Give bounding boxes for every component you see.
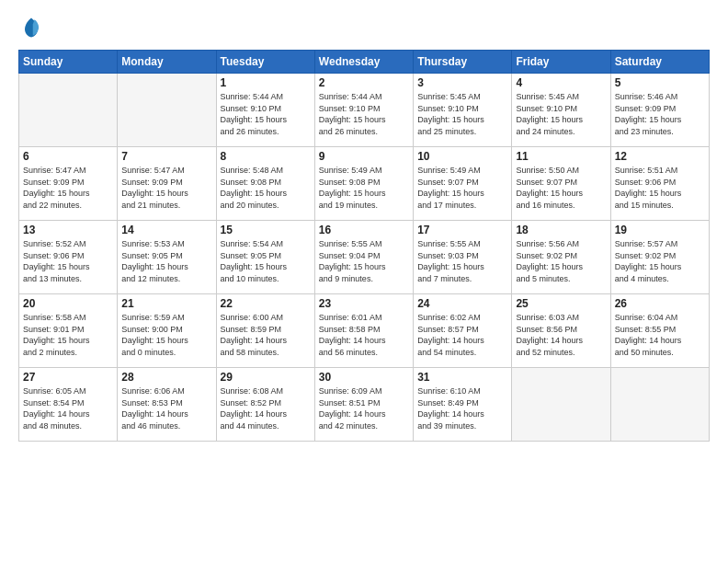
calendar-cell [118, 74, 216, 147]
day-info: Sunrise: 5:54 AMSunset: 9:05 PMDaylight:… [221, 238, 311, 284]
day-number: 20 [23, 297, 113, 310]
day-number: 15 [221, 224, 311, 236]
day-info: Sunrise: 5:48 AMSunset: 9:08 PMDaylight:… [221, 165, 311, 211]
calendar-cell: 8Sunrise: 5:48 AMSunset: 9:08 PMDaylight… [216, 147, 314, 221]
day-number: 12 [615, 150, 705, 163]
header [18, 15, 710, 40]
calendar-cell: 6Sunrise: 5:47 AMSunset: 9:09 PMDaylight… [19, 147, 118, 221]
day-info: Sunrise: 5:58 AMSunset: 9:01 PMDaylight:… [23, 312, 113, 358]
day-info: Sunrise: 6:01 AMSunset: 8:58 PMDaylight:… [319, 312, 409, 358]
day-info: Sunrise: 5:49 AMSunset: 9:07 PMDaylight:… [417, 165, 507, 211]
calendar-cell: 16Sunrise: 5:55 AMSunset: 9:04 PMDayligh… [314, 221, 413, 294]
day-number: 17 [417, 224, 507, 236]
week-row-5: 27Sunrise: 6:05 AMSunset: 8:54 PMDayligh… [19, 368, 710, 442]
day-info: Sunrise: 5:57 AMSunset: 9:02 PMDaylight:… [615, 238, 705, 284]
day-number: 30 [319, 371, 409, 384]
day-number: 27 [23, 371, 113, 384]
week-row-4: 20Sunrise: 5:58 AMSunset: 9:01 PMDayligh… [19, 294, 710, 368]
day-number: 23 [319, 297, 409, 310]
logo [18, 15, 48, 40]
week-row-1: 1Sunrise: 5:44 AMSunset: 9:10 PMDaylight… [19, 74, 710, 147]
weekday-header-friday: Friday [512, 51, 610, 74]
day-number: 19 [615, 224, 705, 236]
calendar-cell [610, 368, 709, 442]
logo-icon [18, 15, 44, 40]
day-number: 29 [221, 371, 311, 384]
page: SundayMondayTuesdayWednesdayThursdayFrid… [0, 0, 728, 563]
weekday-header-tuesday: Tuesday [216, 51, 314, 74]
day-info: Sunrise: 5:49 AMSunset: 9:08 PMDaylight:… [319, 165, 409, 211]
day-info: Sunrise: 6:02 AMSunset: 8:57 PMDaylight:… [417, 312, 507, 358]
day-info: Sunrise: 6:04 AMSunset: 8:55 PMDaylight:… [615, 312, 705, 358]
calendar-cell: 27Sunrise: 6:05 AMSunset: 8:54 PMDayligh… [19, 368, 118, 442]
calendar-cell: 28Sunrise: 6:06 AMSunset: 8:53 PMDayligh… [118, 368, 216, 442]
calendar-cell: 7Sunrise: 5:47 AMSunset: 9:09 PMDaylight… [118, 147, 216, 221]
calendar-cell: 9Sunrise: 5:49 AMSunset: 9:08 PMDaylight… [314, 147, 413, 221]
calendar-cell: 29Sunrise: 6:08 AMSunset: 8:52 PMDayligh… [216, 368, 314, 442]
day-number: 31 [417, 371, 507, 384]
day-info: Sunrise: 6:05 AMSunset: 8:54 PMDaylight:… [23, 385, 113, 431]
day-number: 22 [221, 297, 311, 310]
calendar-cell: 25Sunrise: 6:03 AMSunset: 8:56 PMDayligh… [512, 294, 610, 368]
day-number: 1 [221, 76, 311, 89]
day-info: Sunrise: 5:52 AMSunset: 9:06 PMDaylight:… [23, 238, 113, 284]
day-number: 18 [516, 224, 606, 236]
calendar-cell: 21Sunrise: 5:59 AMSunset: 9:00 PMDayligh… [118, 294, 216, 368]
calendar-cell: 19Sunrise: 5:57 AMSunset: 9:02 PMDayligh… [610, 221, 709, 294]
calendar-cell: 4Sunrise: 5:45 AMSunset: 9:10 PMDaylight… [512, 74, 610, 147]
weekday-header-wednesday: Wednesday [314, 51, 413, 74]
day-number: 2 [319, 76, 409, 89]
day-info: Sunrise: 5:45 AMSunset: 9:10 PMDaylight:… [516, 91, 606, 137]
day-info: Sunrise: 5:59 AMSunset: 9:00 PMDaylight:… [121, 312, 211, 358]
week-row-2: 6Sunrise: 5:47 AMSunset: 9:09 PMDaylight… [19, 147, 710, 221]
day-info: Sunrise: 5:50 AMSunset: 9:07 PMDaylight:… [516, 165, 606, 211]
day-info: Sunrise: 5:45 AMSunset: 9:10 PMDaylight:… [417, 91, 507, 137]
day-number: 4 [516, 76, 606, 89]
day-number: 24 [417, 297, 507, 310]
day-number: 8 [221, 150, 311, 163]
day-info: Sunrise: 5:56 AMSunset: 9:02 PMDaylight:… [516, 238, 606, 284]
day-number: 9 [319, 150, 409, 163]
calendar-cell: 26Sunrise: 6:04 AMSunset: 8:55 PMDayligh… [610, 294, 709, 368]
day-info: Sunrise: 5:51 AMSunset: 9:06 PMDaylight:… [615, 165, 705, 211]
calendar-cell: 5Sunrise: 5:46 AMSunset: 9:09 PMDaylight… [610, 74, 709, 147]
weekday-header-sunday: Sunday [19, 51, 118, 74]
day-number: 16 [319, 224, 409, 236]
day-info: Sunrise: 5:53 AMSunset: 9:05 PMDaylight:… [121, 238, 211, 284]
calendar-cell: 3Sunrise: 5:45 AMSunset: 9:10 PMDaylight… [414, 74, 512, 147]
day-number: 10 [417, 150, 507, 163]
day-number: 21 [121, 297, 211, 310]
day-number: 11 [516, 150, 606, 163]
day-number: 26 [615, 297, 705, 310]
weekday-header-thursday: Thursday [414, 51, 512, 74]
calendar-cell: 2Sunrise: 5:44 AMSunset: 9:10 PMDaylight… [314, 74, 413, 147]
calendar-cell: 24Sunrise: 6:02 AMSunset: 8:57 PMDayligh… [414, 294, 512, 368]
calendar-cell: 18Sunrise: 5:56 AMSunset: 9:02 PMDayligh… [512, 221, 610, 294]
weekday-header-saturday: Saturday [610, 51, 709, 74]
weekday-header-monday: Monday [118, 51, 216, 74]
day-info: Sunrise: 6:03 AMSunset: 8:56 PMDaylight:… [516, 312, 606, 358]
calendar-cell: 30Sunrise: 6:09 AMSunset: 8:51 PMDayligh… [314, 368, 413, 442]
weekday-header-row: SundayMondayTuesdayWednesdayThursdayFrid… [19, 51, 710, 74]
day-number: 13 [23, 224, 113, 236]
day-info: Sunrise: 5:47 AMSunset: 9:09 PMDaylight:… [121, 165, 211, 211]
calendar-cell: 15Sunrise: 5:54 AMSunset: 9:05 PMDayligh… [216, 221, 314, 294]
day-number: 5 [615, 76, 705, 89]
calendar-cell: 14Sunrise: 5:53 AMSunset: 9:05 PMDayligh… [118, 221, 216, 294]
calendar-cell: 20Sunrise: 5:58 AMSunset: 9:01 PMDayligh… [19, 294, 118, 368]
calendar-cell: 22Sunrise: 6:00 AMSunset: 8:59 PMDayligh… [216, 294, 314, 368]
calendar-cell: 17Sunrise: 5:55 AMSunset: 9:03 PMDayligh… [414, 221, 512, 294]
day-info: Sunrise: 5:55 AMSunset: 9:03 PMDaylight:… [417, 238, 507, 284]
day-info: Sunrise: 6:09 AMSunset: 8:51 PMDaylight:… [319, 385, 409, 431]
calendar-cell: 11Sunrise: 5:50 AMSunset: 9:07 PMDayligh… [512, 147, 610, 221]
day-info: Sunrise: 5:47 AMSunset: 9:09 PMDaylight:… [23, 165, 113, 211]
calendar-cell: 13Sunrise: 5:52 AMSunset: 9:06 PMDayligh… [19, 221, 118, 294]
calendar-cell: 31Sunrise: 6:10 AMSunset: 8:49 PMDayligh… [414, 368, 512, 442]
day-info: Sunrise: 5:55 AMSunset: 9:04 PMDaylight:… [319, 238, 409, 284]
calendar-cell [19, 74, 118, 147]
day-info: Sunrise: 6:10 AMSunset: 8:49 PMDaylight:… [417, 385, 507, 431]
calendar-table: SundayMondayTuesdayWednesdayThursdayFrid… [18, 50, 710, 442]
calendar-cell: 1Sunrise: 5:44 AMSunset: 9:10 PMDaylight… [216, 74, 314, 147]
week-row-3: 13Sunrise: 5:52 AMSunset: 9:06 PMDayligh… [19, 221, 710, 294]
day-info: Sunrise: 6:08 AMSunset: 8:52 PMDaylight:… [221, 385, 311, 431]
